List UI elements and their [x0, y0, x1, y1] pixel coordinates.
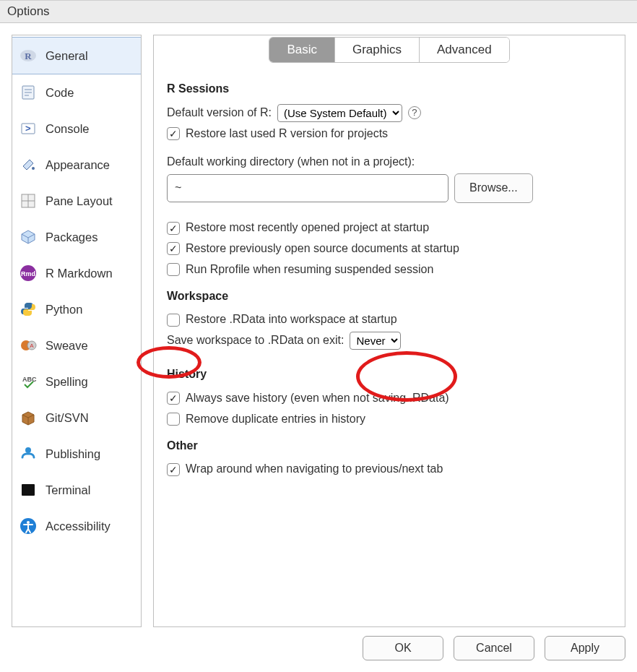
restore-docs-label: Restore previously open source documents… — [186, 240, 459, 258]
section-history: History — [167, 366, 612, 384]
dialog-buttons: OK Cancel Apply — [0, 627, 637, 672]
wrap-tabs-label: Wrap around when navigating to previous/… — [186, 460, 443, 478]
default-r-select[interactable]: (Use System Default) — [277, 104, 402, 122]
sidebar-item-general[interactable]: R General — [12, 37, 141, 74]
remove-dup-history-checkbox[interactable] — [167, 413, 180, 426]
sidebar-item-label: Packages — [46, 231, 98, 244]
restore-project-checkbox[interactable] — [167, 222, 180, 235]
svg-point-18 — [25, 447, 31, 453]
svg-text:R: R — [25, 51, 32, 61]
svg-point-21 — [27, 521, 30, 524]
sidebar-item-git-svn[interactable]: Git/SVN — [12, 400, 141, 436]
tab-advanced[interactable]: Advanced — [420, 38, 509, 62]
restore-docs-checkbox[interactable] — [167, 242, 180, 255]
sidebar-item-label: Console — [46, 122, 90, 136]
main-area: R General Code > Console Appearance — [0, 23, 637, 627]
sidebar-item-label: Appearance — [46, 158, 110, 172]
browse-button[interactable]: Browse... — [454, 173, 533, 203]
publish-cloud-icon — [20, 445, 37, 462]
svg-rect-19 — [22, 484, 35, 496]
run-rprofile-checkbox[interactable] — [167, 263, 180, 276]
always-save-history-label: Always save history (even when not savin… — [186, 389, 449, 408]
sidebar-item-pane-layout[interactable]: Pane Layout — [12, 183, 141, 219]
sidebar-item-label: Code — [46, 86, 74, 100]
sidebar-item-label: Pane Layout — [46, 194, 113, 208]
sidebar-item-sweave[interactable]: A Sweave — [12, 327, 141, 363]
sidebar-item-label: Python — [46, 303, 82, 316]
sidebar-item-accessibility[interactable]: Accessibility — [12, 508, 141, 544]
sidebar-item-label: R Markdown — [46, 267, 113, 280]
default-r-label: Default version of R: — [167, 104, 272, 122]
sidebar-item-label: Terminal — [46, 483, 90, 497]
restore-rdata-checkbox[interactable] — [167, 314, 180, 327]
sidebar-item-label: Spelling — [46, 375, 88, 389]
sidebar-item-label: Sweave — [46, 339, 88, 353]
accessibility-icon — [20, 517, 37, 535]
ok-button[interactable]: OK — [363, 636, 443, 660]
prompt-icon: > — [20, 120, 37, 137]
wd-label: Default working directory (when not in a… — [167, 153, 612, 171]
section-workspace: Workspace — [167, 288, 612, 306]
help-icon[interactable]: ? — [408, 106, 421, 119]
sidebar-item-console[interactable]: > Console — [12, 111, 141, 147]
panes-icon — [20, 192, 37, 210]
section-r-sessions: R Sessions — [167, 80, 612, 98]
r-logo-icon: R — [20, 47, 37, 64]
svg-text:>: > — [25, 123, 31, 134]
content-panel: Basic Graphics Advanced R Sessions Defau… — [153, 35, 625, 627]
sidebar-item-code[interactable]: Code — [12, 74, 141, 111]
sidebar-item-label: Git/SVN — [46, 411, 89, 425]
wrap-tabs-checkbox[interactable] — [167, 463, 180, 476]
sidebar-item-packages[interactable]: Packages — [12, 219, 141, 255]
tab-graphics[interactable]: Graphics — [335, 38, 420, 62]
cancel-button[interactable]: Cancel — [454, 636, 534, 660]
git-box-icon — [20, 409, 37, 426]
options-body: R Sessions Default version of R: (Use Sy… — [154, 72, 625, 494]
sidebar-item-label: General — [46, 49, 88, 63]
code-file-icon — [20, 84, 37, 101]
apply-button[interactable]: Apply — [545, 636, 625, 660]
sidebar-item-publishing[interactable]: Publishing — [12, 436, 141, 472]
terminal-icon — [20, 481, 37, 499]
save-workspace-select[interactable]: Never — [350, 332, 401, 350]
window-title: Options — [0, 0, 637, 23]
package-box-icon — [20, 228, 37, 246]
sidebar-item-label: Publishing — [46, 447, 100, 461]
svg-text:ABC: ABC — [22, 376, 37, 383]
tabs: Basic Graphics Advanced — [154, 37, 625, 63]
remove-dup-history-label: Remove duplicate entries in history — [186, 410, 365, 428]
sweave-icon: A — [20, 337, 37, 354]
sidebar-item-terminal[interactable]: Terminal — [12, 472, 141, 508]
restore-rdata-label: Restore .RData into workspace at startup — [186, 311, 397, 329]
python-logo-icon — [20, 301, 37, 318]
sidebar-item-appearance[interactable]: Appearance — [12, 147, 141, 183]
save-workspace-label: Save workspace to .RData on exit: — [167, 332, 344, 350]
sidebar-item-rmarkdown[interactable]: Rmd R Markdown — [12, 255, 141, 291]
sidebar-item-python[interactable]: Python — [12, 291, 141, 327]
sidebar: R General Code > Console Appearance — [12, 35, 142, 627]
restore-r-version-checkbox[interactable] — [167, 127, 180, 140]
svg-text:Rmd: Rmd — [21, 270, 35, 277]
rmd-badge-icon: Rmd — [20, 264, 37, 282]
always-save-history-checkbox[interactable] — [167, 392, 180, 405]
tab-basic[interactable]: Basic — [269, 38, 335, 62]
restore-project-label: Restore most recently opened project at … — [186, 219, 429, 237]
paint-bucket-icon — [20, 156, 37, 173]
abc-check-icon: ABC — [20, 373, 37, 390]
restore-r-version-label: Restore last used R version for projects — [186, 125, 388, 143]
sidebar-item-label: Accessibility — [46, 520, 110, 533]
sidebar-item-spelling[interactable]: ABC Spelling — [12, 363, 141, 400]
svg-text:A: A — [30, 343, 34, 349]
run-rprofile-label: Run Rprofile when resuming suspended ses… — [186, 261, 433, 279]
section-other: Other — [167, 437, 612, 455]
wd-field[interactable]: ~ — [167, 174, 448, 202]
svg-point-8 — [32, 167, 35, 170]
